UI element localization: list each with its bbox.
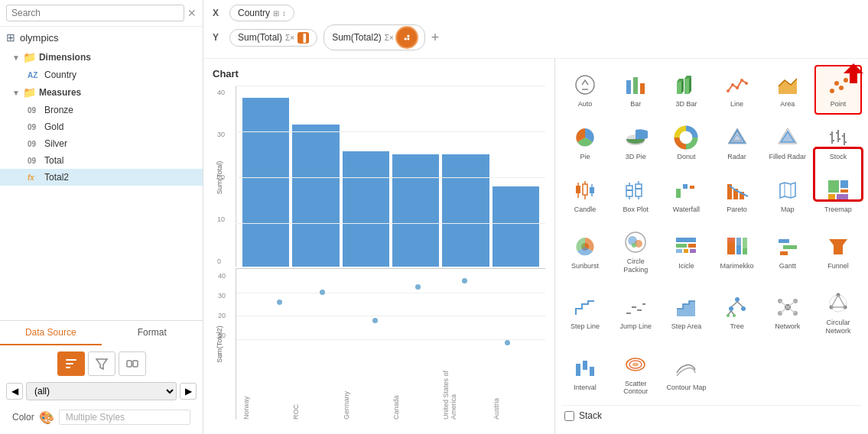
add-axis-button[interactable]: + bbox=[431, 30, 440, 46]
tree-item-country[interactable]: AZ Country bbox=[0, 66, 203, 83]
svg-point-83 bbox=[632, 243, 636, 248]
tree-item-silver[interactable]: 09 Silver bbox=[0, 135, 203, 152]
chart-type-3dbar[interactable]: 3D Bar bbox=[662, 65, 710, 115]
field-type-num2: 09 bbox=[28, 123, 40, 131]
chart-type-grid: Auto Bar bbox=[561, 65, 862, 402]
field-group-button[interactable] bbox=[119, 351, 146, 376]
chart-type-jumpline[interactable]: Jump Line bbox=[612, 283, 659, 342]
tree-item-total[interactable]: 09 Total bbox=[0, 152, 203, 169]
chart-type-bar[interactable]: Bar bbox=[612, 65, 659, 115]
chevron-down-icon-measures: ▼ bbox=[12, 89, 20, 97]
chart-type-boxplot[interactable]: Box Plot bbox=[612, 170, 659, 220]
bar-label: Bar bbox=[630, 100, 641, 108]
pie-icon bbox=[571, 124, 599, 151]
svg-line-107 bbox=[737, 302, 743, 307]
field-filter-button[interactable] bbox=[88, 351, 115, 376]
y-field1-pill[interactable]: Sum(Total) Σ× ▐ bbox=[229, 29, 317, 47]
filter-select[interactable]: (all) bbox=[26, 382, 177, 400]
field-name-country: Country bbox=[44, 70, 76, 80]
svg-point-22 bbox=[731, 83, 734, 86]
svg-point-30 bbox=[844, 78, 848, 83]
tree-item-gold[interactable]: 09 Gold bbox=[0, 118, 203, 135]
sunburst-icon bbox=[571, 233, 599, 261]
chart-type-scattercontour[interactable]: Scatter Contour bbox=[612, 345, 659, 403]
icicle-label: Icicle bbox=[678, 262, 694, 270]
field-type-num3: 09 bbox=[28, 140, 40, 148]
svg-line-129 bbox=[831, 295, 838, 307]
stack-checkbox[interactable] bbox=[564, 411, 574, 421]
chart-type-area[interactable]: Area bbox=[764, 65, 811, 115]
svg-point-112 bbox=[727, 314, 730, 317]
stock-label: Stock bbox=[830, 153, 847, 161]
chart-type-steparea[interactable]: Step Area bbox=[662, 283, 710, 342]
svg-rect-66 bbox=[676, 189, 681, 198]
chart-type-icicle[interactable]: Icicle bbox=[662, 222, 710, 280]
chart-type-circlepacking[interactable]: Circle Packing bbox=[612, 222, 659, 280]
chart-type-filledradar[interactable]: Filled Radar bbox=[764, 118, 811, 167]
bar-icon bbox=[622, 71, 649, 99]
svg-point-25 bbox=[745, 82, 748, 85]
chart-type-sunburst[interactable]: Sunburst bbox=[561, 222, 609, 280]
dimensions-group: ▼ 📁 Dimensions AZ Country bbox=[0, 48, 203, 83]
chart-type-pareto[interactable]: Pareto bbox=[714, 170, 761, 220]
chart-type-3dpie[interactable]: 3D Pie bbox=[612, 118, 659, 167]
chart-type-tree[interactable]: Tree bbox=[714, 283, 761, 342]
chart-type-gantt[interactable]: Gantt bbox=[764, 222, 811, 280]
chart-type-donut[interactable]: Donut bbox=[662, 118, 710, 167]
tab-data-source[interactable]: Data Source bbox=[0, 321, 102, 345]
chart-type-interval[interactable]: Interval bbox=[561, 345, 609, 403]
y-tick-0: 0 bbox=[217, 257, 225, 265]
svg-point-6 bbox=[404, 37, 406, 40]
chart-type-stepline[interactable]: Step Line bbox=[561, 283, 609, 342]
svg-rect-67 bbox=[683, 184, 688, 189]
search-input[interactable] bbox=[6, 5, 184, 21]
svg-rect-97 bbox=[783, 245, 797, 249]
search-clear-icon[interactable]: ✕ bbox=[187, 7, 197, 19]
chart-type-network[interactable]: Network bbox=[764, 283, 811, 342]
chart-type-radar[interactable]: Radar bbox=[714, 118, 761, 167]
chart-type-contourmap[interactable]: Contour Map bbox=[662, 345, 710, 403]
sunburst-label: Sunburst bbox=[571, 262, 599, 270]
interval-icon bbox=[571, 355, 599, 382]
chart-type-pie[interactable]: Pie bbox=[561, 118, 609, 167]
datasource-name[interactable]: olympics bbox=[20, 32, 59, 44]
chart-type-treemap[interactable]: Treemap bbox=[814, 170, 862, 220]
chart-type-marimekko[interactable]: Marimekko bbox=[714, 222, 761, 280]
x-field-pill[interactable]: Country ⊞ ↕ bbox=[229, 5, 294, 21]
chart-type-point[interactable]: Point bbox=[814, 65, 862, 115]
svg-point-27 bbox=[830, 89, 834, 93]
chart-type-stock[interactable]: Stock bbox=[814, 118, 862, 167]
filter-next-button[interactable]: ▶ bbox=[180, 383, 197, 400]
dimensions-header[interactable]: ▼ 📁 Dimensions bbox=[0, 48, 203, 66]
svg-rect-50 bbox=[576, 186, 580, 193]
3dbar-icon bbox=[672, 71, 700, 99]
filter-prev-button[interactable]: ◀ bbox=[6, 383, 23, 400]
y-field2-pill[interactable]: Sum(Total2) Σ× bbox=[323, 24, 425, 50]
tree-item-total2[interactable]: fx Total2 bbox=[0, 169, 203, 186]
chart-type-line[interactable]: Line bbox=[714, 65, 761, 115]
chart-type-candle[interactable]: Candle bbox=[561, 170, 609, 220]
tab-format[interactable]: Format bbox=[102, 321, 203, 345]
chart-type-waterfall[interactable]: Waterfall bbox=[662, 170, 710, 220]
waterfall-label: Waterfall bbox=[673, 206, 700, 214]
point-chart-button[interactable] bbox=[397, 28, 417, 47]
chart-type-auto[interactable]: Auto bbox=[561, 65, 609, 115]
chart-and-panel: Chart Sum(Total) Sum(Total2) 40 30 bbox=[203, 59, 868, 434]
chart-type-map[interactable]: Map bbox=[764, 170, 811, 220]
color-row: Color 🎨 Multiple Styles bbox=[6, 406, 197, 428]
chart-type-circularnetwork[interactable]: Circular Network bbox=[814, 283, 862, 342]
svg-line-119 bbox=[780, 301, 788, 307]
donut-label: Donut bbox=[677, 153, 695, 161]
bar-chart-icon: ▐ bbox=[297, 32, 309, 44]
chart-type-funnel[interactable]: Funnel bbox=[814, 222, 862, 280]
field-name-silver: Silver bbox=[44, 138, 67, 149]
tree-item-bronze[interactable]: 09 Bronze bbox=[0, 102, 203, 118]
svg-rect-13 bbox=[633, 77, 638, 94]
x-label-usa: United States of America bbox=[442, 365, 489, 419]
measures-group: ▼ 📁 Measures 09 Bronze 09 Gold 09 Silver bbox=[0, 83, 203, 186]
color-icon: 🎨 bbox=[39, 410, 54, 425]
measures-header[interactable]: ▼ 📁 Measures bbox=[0, 83, 203, 102]
contourmap-icon bbox=[672, 355, 700, 382]
svg-rect-78 bbox=[837, 194, 848, 200]
field-sort-button[interactable] bbox=[57, 351, 85, 376]
